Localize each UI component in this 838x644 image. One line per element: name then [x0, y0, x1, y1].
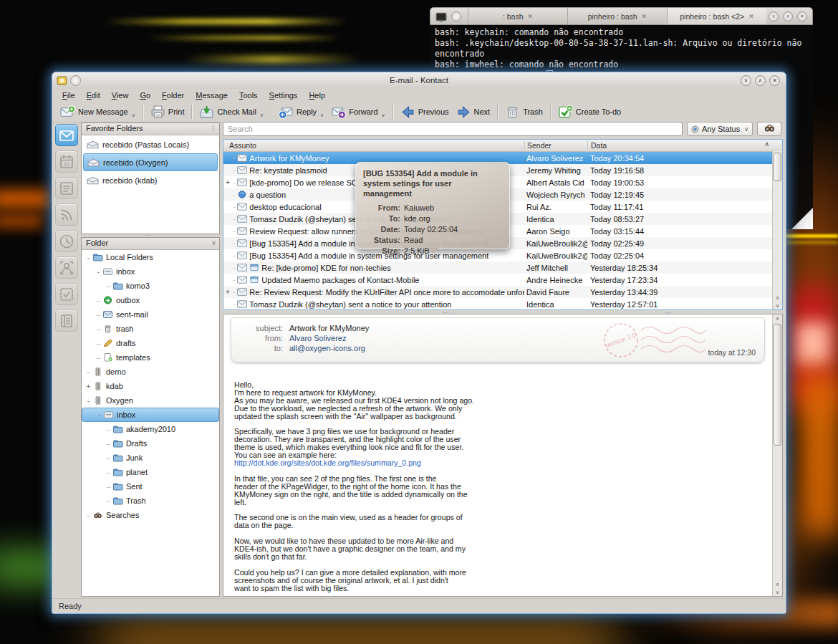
terminal-minimize-button[interactable]: ∨ — [769, 11, 779, 21]
terminal-tab[interactable]: pinheiro : bash✕ — [567, 8, 667, 24]
sidebar-todo-button[interactable] — [55, 283, 78, 305]
search-input[interactable] — [223, 122, 683, 136]
tree-expander[interactable]: - — [95, 268, 102, 276]
column-header-subject[interactable]: Assunto — [223, 141, 524, 150]
scrollbar-thumb[interactable] — [774, 324, 781, 446]
window-minimize-button[interactable]: ∨ — [741, 75, 751, 86]
scroll-up-icon[interactable]: ∧ — [773, 314, 782, 322]
terminal-maximize-button[interactable]: ∧ — [783, 11, 793, 21]
scrollbar-thumb[interactable] — [774, 153, 781, 181]
scroll-up-icon[interactable]: ∧ — [773, 294, 782, 302]
column-header-sender[interactable]: Sender — [524, 141, 587, 150]
favorite-folder-item[interactable]: recebido (Pastas Locais) — [83, 136, 218, 153]
folder-tree-item[interactable]: +kdab — [82, 379, 219, 393]
chevron-down-icon[interactable]: ∨ — [320, 112, 324, 118]
favorite-folders-header[interactable]: Favorite Folders ⋮ — [82, 123, 219, 135]
terminal-close-button[interactable]: ✕ — [797, 11, 807, 21]
body-link[interactable]: http://dot.kde.org/sites/dot.kde.org/fil… — [234, 458, 421, 467]
folder-tree-item[interactable]: –planet — [82, 465, 219, 479]
create-todo-button[interactable]: Create To-do — [554, 103, 625, 121]
folder-tree-item[interactable]: -Oxygen — [82, 393, 219, 408]
favorite-folder-item[interactable]: recebido (kdab) — [83, 172, 218, 188]
previous-button[interactable]: Previous — [397, 103, 453, 121]
tree-expander[interactable]: + — [85, 383, 92, 390]
window-maximize-button[interactable]: ∧ — [755, 75, 766, 86]
menu-item-settings[interactable]: Settings — [264, 91, 304, 100]
folder-tree-item[interactable]: –Drafts — [82, 436, 219, 451]
check-mail-button[interactable]: Check Mail∨ — [196, 103, 267, 121]
open-search-button[interactable] — [757, 122, 781, 136]
message-list-scrollbar[interactable]: ∧ ∨ — [772, 151, 782, 309]
terminal-tab[interactable]: : bash✕ — [468, 8, 567, 24]
scroll-down-icon[interactable]: ∨ — [773, 588, 782, 596]
sidebar-mail-button[interactable] — [55, 124, 78, 146]
sort-ascending-icon[interactable]: ∧ — [764, 140, 769, 148]
message-row[interactable]: +-Re: Review Request: Modify the KUrlFil… — [223, 286, 782, 298]
menu-item-tools[interactable]: Tools — [233, 91, 264, 100]
menu-item-help[interactable]: Help — [303, 91, 331, 100]
sidebar-calendar-button[interactable]: 11 — [55, 150, 78, 173]
scroll-down-icon[interactable]: ∨ — [773, 302, 782, 309]
menu-item-edit[interactable]: Edit — [81, 91, 106, 100]
sidebar-notes-button[interactable] — [55, 177, 78, 199]
folder-tree-item[interactable]: –komo3 — [82, 279, 219, 293]
folder-tree-item[interactable]: –drafts — [82, 336, 219, 350]
titlebar-pin-button[interactable] — [70, 75, 81, 86]
folder-tree-item[interactable]: –demo — [82, 365, 219, 379]
print-button[interactable]: Print — [147, 103, 188, 121]
folder-panel-header[interactable]: Folder ∨ — [82, 238, 219, 250]
folder-tree-item[interactable]: –outbox — [82, 293, 219, 307]
message-row[interactable]: -Tomasz Dudzik (@sheytan) sent a notice … — [223, 298, 782, 310]
tab-close-icon[interactable]: ✕ — [642, 13, 647, 20]
column-header-date[interactable]: Data — [587, 141, 782, 150]
menu-item-view[interactable]: View — [106, 91, 135, 100]
tree-expander[interactable]: - — [95, 411, 103, 419]
folder-tree-item[interactable]: –akademy2010 — [82, 422, 219, 436]
preview-scrollbar[interactable]: ∧ ∧ ∨ — [772, 314, 782, 596]
folder-tree-item[interactable]: –Trash — [82, 494, 219, 508]
chevron-down-icon[interactable]: ∨ — [260, 112, 264, 118]
folder-tree-item[interactable]: –templates — [82, 350, 219, 365]
chevron-down-icon[interactable]: ∨ — [211, 239, 216, 246]
thread-expander[interactable]: + — [225, 288, 231, 296]
scroll-up-icon[interactable]: ∧ — [773, 580, 782, 588]
header-field-value[interactable]: Alvaro Soliverez — [289, 333, 346, 343]
folder-tree-item[interactable]: -Local Folders — [82, 250, 219, 264]
window-titlebar[interactable]: E-mail - Kontact ∨ ∧ ✕ — [52, 72, 786, 89]
tree-expander[interactable]: - — [85, 397, 92, 405]
folder-tree-item[interactable]: -inbox — [82, 408, 219, 422]
chevron-down-icon[interactable]: ∨ — [132, 112, 135, 118]
menu-item-folder[interactable]: Folder — [156, 91, 190, 100]
folder-tree-item[interactable]: –sent-mail — [82, 307, 219, 322]
status-filter-dropdown[interactable]: Any Status ∨ — [687, 122, 753, 136]
favorite-folder-item[interactable]: recebido (Oxygen) — [83, 153, 218, 171]
message-row[interactable]: -Re: [kde-promo] KDE for non-techiesJeff… — [223, 261, 782, 274]
sidebar-feeds-button[interactable] — [55, 203, 78, 226]
folder-tree-item[interactable]: –trash — [82, 322, 219, 336]
folder-tree-item[interactable]: –Searches — [82, 508, 219, 522]
chevron-down-icon[interactable]: ∨ — [382, 112, 385, 118]
message-list-header[interactable]: Assunto Sender Data ∧ — [223, 140, 782, 152]
menu-item-message[interactable]: Message — [190, 91, 233, 100]
message-row[interactable]: -[Bug 153354] Add a module in system set… — [223, 249, 782, 261]
reply-button[interactable]: Reply∨ — [275, 103, 327, 121]
header-field-value[interactable]: all@oxygen-icons.org — [289, 343, 365, 353]
terminal-tab[interactable]: pinheiro : bash <2>✕ — [667, 8, 766, 24]
sidebar-journal-button[interactable] — [55, 309, 78, 332]
folder-tree-item[interactable]: -inbox — [82, 264, 219, 279]
trash-button[interactable]: Trash — [501, 103, 546, 121]
forward-button[interactable]: Forward∨ — [327, 103, 388, 121]
new-message-button[interactable]: New Message∨ — [57, 103, 139, 121]
menu-item-go[interactable]: Go — [134, 91, 156, 100]
terminal-menu-button[interactable] — [451, 11, 461, 21]
terminal-titlebar[interactable]: : bash✕pinheiro : bash✕pinheiro : bash <… — [430, 7, 813, 25]
sidebar-time-tracker-button[interactable] — [55, 230, 78, 252]
menu-item-file[interactable]: File — [57, 91, 81, 100]
window-close-button[interactable]: ✕ — [769, 75, 780, 86]
next-button[interactable]: Next — [453, 103, 494, 121]
tree-expander[interactable]: - — [85, 254, 92, 261]
thread-expander[interactable]: + — [225, 178, 231, 186]
tab-close-icon[interactable]: ✕ — [528, 13, 534, 20]
message-row[interactable]: -Updated Maemo packages of Kontact-Mobil… — [223, 274, 782, 286]
tab-close-icon[interactable]: ✕ — [748, 13, 754, 20]
